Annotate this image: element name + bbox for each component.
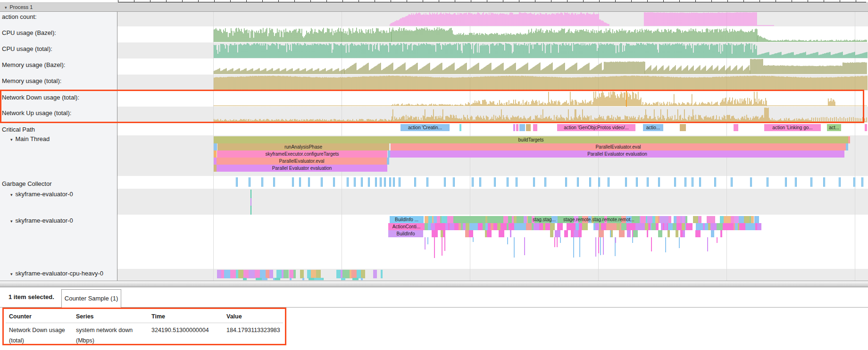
trace-slice[interactable]: ActionConti... xyxy=(388,223,425,230)
trace-slice[interactable] xyxy=(469,230,473,237)
trace-slice[interactable] xyxy=(466,223,469,230)
trace-slice[interactable] xyxy=(685,216,687,223)
trace-slice[interactable] xyxy=(750,223,755,230)
trace-slice[interactable] xyxy=(526,223,532,230)
trace-slice[interactable]: BuildInfo xyxy=(388,230,423,237)
gc-event-tick[interactable] xyxy=(731,177,733,187)
trace-slice[interactable] xyxy=(711,230,714,237)
track-row-garbage-collector[interactable] xyxy=(117,176,868,189)
trace-slice[interactable]: actio... xyxy=(643,124,663,131)
trace-slice-stem[interactable] xyxy=(434,237,435,258)
gc-event-tick[interactable] xyxy=(292,177,294,187)
trace-slice[interactable] xyxy=(545,223,550,230)
cpu-bazel-histogram[interactable] xyxy=(117,27,868,42)
trace-slice-stem[interactable] xyxy=(603,237,604,255)
trace-slice[interactable] xyxy=(579,223,582,230)
gc-event-tick[interactable] xyxy=(384,177,386,187)
trace-slice-stem[interactable] xyxy=(679,237,680,248)
trace-slice[interactable] xyxy=(459,124,461,131)
gc-event-tick[interactable] xyxy=(354,177,356,187)
trace-slice[interactable] xyxy=(309,278,314,280)
trace-slice[interactable] xyxy=(269,270,273,278)
trace-slice[interactable] xyxy=(534,223,539,230)
trace-slice[interactable] xyxy=(434,216,437,223)
trace-slice-stem[interactable] xyxy=(524,237,525,255)
trace-slice[interactable] xyxy=(754,216,759,223)
sidebar-track-label[interactable]: CPU usage (total): xyxy=(2,45,52,52)
trace-slice[interactable] xyxy=(664,216,668,223)
trace-slice[interactable] xyxy=(387,158,389,165)
gc-event-tick[interactable] xyxy=(361,177,363,187)
trace-slice[interactable] xyxy=(361,278,363,280)
trace-slice[interactable] xyxy=(238,270,243,278)
trace-slice[interactable] xyxy=(373,270,377,278)
sidebar-track-label[interactable]: ▾skyframe-evaluator-cpu-heavy-0 xyxy=(10,270,103,277)
sidebar-track-label[interactable]: Memory usage (Bazel): xyxy=(2,61,65,68)
trace-slice[interactable] xyxy=(630,223,635,230)
trace-slice[interactable] xyxy=(323,278,324,280)
column-header-series[interactable]: Series xyxy=(76,311,94,322)
trace-slice[interactable] xyxy=(550,230,553,237)
trace-slice[interactable] xyxy=(361,270,365,278)
trace-slice[interactable] xyxy=(599,230,604,237)
trace-slice-stem[interactable] xyxy=(514,237,515,258)
trace-slice-stem[interactable] xyxy=(651,237,652,251)
gc-event-tick[interactable] xyxy=(533,177,535,187)
trace-slice[interactable] xyxy=(578,230,582,237)
gc-event-tick[interactable] xyxy=(516,177,517,187)
gc-event-tick[interactable] xyxy=(380,177,382,187)
trace-slice[interactable] xyxy=(432,230,437,237)
trace-slice[interactable] xyxy=(606,223,611,230)
panel-splitter[interactable] xyxy=(0,281,868,287)
gc-event-tick[interactable] xyxy=(810,177,812,187)
trace-slice[interactable] xyxy=(668,230,670,237)
sidebar-track-label[interactable]: ▾skyframe-evaluator-0 xyxy=(10,191,73,198)
action-count-histogram[interactable] xyxy=(117,12,868,26)
trace-slice[interactable] xyxy=(539,223,543,230)
trace-slice[interactable] xyxy=(487,230,492,237)
trace-slice[interactable] xyxy=(251,270,255,278)
trace-slice[interactable] xyxy=(224,270,230,278)
trace-slice[interactable]: ParallelEvaluator.eval xyxy=(217,158,387,165)
gc-event-tick[interactable] xyxy=(261,177,263,187)
gc-event-tick[interactable] xyxy=(598,177,600,187)
trace-slice[interactable] xyxy=(611,230,613,237)
trace-slice[interactable] xyxy=(519,124,525,131)
trace-slice[interactable] xyxy=(582,223,588,230)
trace-slice[interactable] xyxy=(341,278,345,280)
trace-slice[interactable] xyxy=(533,124,537,131)
trace-slice[interactable] xyxy=(428,216,432,223)
trace-slice[interactable] xyxy=(567,223,571,230)
trace-slice[interactable] xyxy=(757,223,761,230)
trace-slice[interactable] xyxy=(611,223,617,230)
trace-slice[interactable] xyxy=(658,230,662,237)
trace-slice[interactable] xyxy=(647,216,653,223)
trace-slice-stem[interactable] xyxy=(573,237,574,258)
trace-slice[interactable] xyxy=(676,223,682,230)
trace-slice[interactable]: act... xyxy=(827,124,841,131)
trace-slice[interactable] xyxy=(699,216,701,223)
gc-event-tick[interactable] xyxy=(674,177,676,187)
gc-event-tick[interactable] xyxy=(714,177,716,187)
trace-slice[interactable] xyxy=(647,230,648,237)
trace-slice[interactable] xyxy=(635,223,641,230)
trace-slice[interactable] xyxy=(307,270,311,278)
trace-slice[interactable] xyxy=(351,270,356,278)
trace-slice[interactable] xyxy=(725,223,728,230)
gc-event-tick[interactable] xyxy=(444,177,446,187)
trace-slice[interactable] xyxy=(728,223,734,230)
sidebar-track-label[interactable]: Network Down usage (total): xyxy=(2,94,79,101)
gc-event-tick[interactable] xyxy=(608,177,609,187)
trace-slice[interactable] xyxy=(693,216,698,223)
trace-slice[interactable] xyxy=(493,223,497,230)
trace-slice[interactable] xyxy=(695,230,701,237)
trace-slice[interactable] xyxy=(595,223,600,230)
gc-event-tick[interactable] xyxy=(321,177,323,187)
cell-counter[interactable]: Network Down usage (total) xyxy=(9,325,70,346)
sidebar-track-label[interactable]: ▾Main Thread xyxy=(10,135,50,142)
trace-slice[interactable] xyxy=(865,124,867,131)
gc-event-tick[interactable] xyxy=(785,177,787,187)
trace-slice[interactable] xyxy=(260,270,266,278)
trace-slice[interactable] xyxy=(668,216,671,223)
gc-event-tick[interactable] xyxy=(273,177,275,187)
